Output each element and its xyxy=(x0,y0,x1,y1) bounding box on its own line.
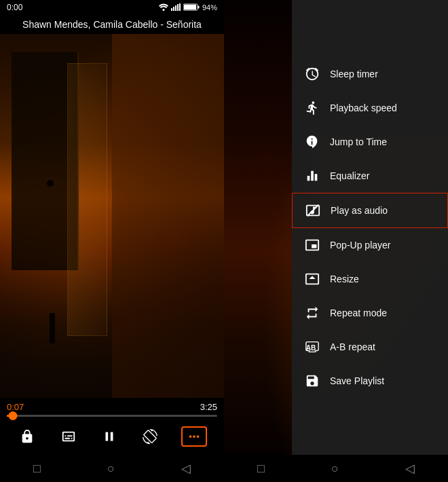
player-controls: 0:07 3:25 xyxy=(0,398,224,455)
svg-line-9 xyxy=(307,205,319,217)
status-time: 0:00 xyxy=(7,3,22,12)
menu-item-popup-player[interactable]: Pop-Up player xyxy=(292,228,448,262)
current-time: 0:07 xyxy=(7,402,24,412)
wifi-icon xyxy=(159,3,168,12)
menu-item-playback-speed[interactable]: Playback speed xyxy=(292,91,448,125)
ab-icon: AB xyxy=(303,337,322,356)
subtitle-button[interactable] xyxy=(58,426,79,447)
scene-wall-right xyxy=(112,34,224,398)
time-row: 0:07 3:25 xyxy=(7,402,217,412)
menu-item-play-as-audio[interactable]: Play as audio xyxy=(292,193,448,228)
right-nav-square-button[interactable] xyxy=(257,462,265,476)
menu-item-repeat-mode[interactable]: Repeat mode xyxy=(292,296,448,330)
status-icons: 94% xyxy=(159,3,217,12)
right-nav-bar xyxy=(224,455,448,482)
menu-item-sleep-timer[interactable]: Sleep timer xyxy=(292,57,448,91)
menu-label-save-playlist: Save Playlist xyxy=(330,375,384,386)
menu-label-repeat-mode: Repeat mode xyxy=(330,308,387,318)
nav-circle-button[interactable] xyxy=(107,462,115,476)
svg-rect-7 xyxy=(198,5,199,8)
status-bar: 0:00 xyxy=(0,0,224,15)
svg-rect-2 xyxy=(173,7,174,11)
svg-rect-3 xyxy=(175,5,176,11)
menu-item-equalizer[interactable]: Equalizer xyxy=(292,159,448,193)
more-dots-icon xyxy=(187,429,202,444)
repeat-icon xyxy=(303,303,322,322)
left-nav-bar xyxy=(0,455,224,482)
menu-label-equalizer: Equalizer xyxy=(330,170,369,181)
lock-icon xyxy=(20,429,35,444)
menu-item-jump-to-time[interactable]: Jump to Time xyxy=(292,125,448,159)
video-area xyxy=(0,34,224,398)
context-menu: Sleep timer Playback speed Jump to xyxy=(292,0,448,455)
subtitle-icon xyxy=(61,429,76,444)
rotate-button[interactable] xyxy=(140,426,160,447)
door-frame xyxy=(67,63,107,336)
svg-rect-1 xyxy=(171,8,172,11)
audio-icon xyxy=(303,201,322,220)
more-options-button[interactable] xyxy=(181,426,207,447)
menu-label-playback-speed: Playback speed xyxy=(330,103,397,113)
alarm-icon xyxy=(303,64,322,84)
save-icon xyxy=(303,371,322,390)
menu-item-save-playlist[interactable]: Save Playlist xyxy=(292,364,448,398)
signal-icon xyxy=(171,3,181,12)
svg-rect-8 xyxy=(184,5,196,10)
right-nav-back-button[interactable] xyxy=(405,461,415,476)
right-video-bg: Sleep timer Playback speed Jump to xyxy=(224,0,448,455)
total-time: 3:25 xyxy=(200,402,217,412)
progress-bar[interactable] xyxy=(7,415,217,417)
figure-body xyxy=(50,313,55,344)
menu-item-resize[interactable]: Resize xyxy=(292,262,448,296)
right-nav-circle-button[interactable] xyxy=(331,462,339,476)
popup-icon xyxy=(303,236,322,255)
rotate-icon xyxy=(143,429,157,444)
time-icon xyxy=(303,132,322,151)
menu-label-resize: Resize xyxy=(330,274,359,284)
nav-square-button[interactable] xyxy=(33,462,41,476)
menu-label-ab-repeat: A-B repeat xyxy=(330,341,375,352)
menu-label-play-as-audio: Play as audio xyxy=(331,205,388,216)
pause-icon xyxy=(102,429,117,444)
battery-indicator xyxy=(183,3,200,12)
resize-icon xyxy=(303,270,322,289)
equalizer-icon xyxy=(303,166,322,185)
menu-label-sleep-timer: Sleep timer xyxy=(330,69,378,79)
menu-label-popup-player: Pop-Up player xyxy=(330,240,391,251)
pause-button[interactable] xyxy=(99,426,119,447)
battery-percentage: 94% xyxy=(202,3,217,12)
left-panel: 0:00 xyxy=(0,0,224,482)
run-icon xyxy=(303,98,322,117)
menu-label-jump-to-time: Jump to Time xyxy=(330,136,387,147)
video-frame xyxy=(0,34,224,398)
menu-item-ab-repeat[interactable]: AB A-B repeat xyxy=(292,330,448,364)
svg-rect-4 xyxy=(177,4,179,11)
right-panel: Sleep timer Playback speed Jump to xyxy=(224,0,448,482)
lock-button[interactable] xyxy=(17,426,37,447)
song-title: Shawn Mendes, Camila Cabello - Señorita xyxy=(0,15,224,34)
svg-point-0 xyxy=(162,9,164,11)
progress-thumb[interactable] xyxy=(9,411,18,420)
nav-back-button[interactable] xyxy=(181,461,191,476)
controls-row xyxy=(7,424,217,452)
svg-rect-5 xyxy=(179,3,181,11)
